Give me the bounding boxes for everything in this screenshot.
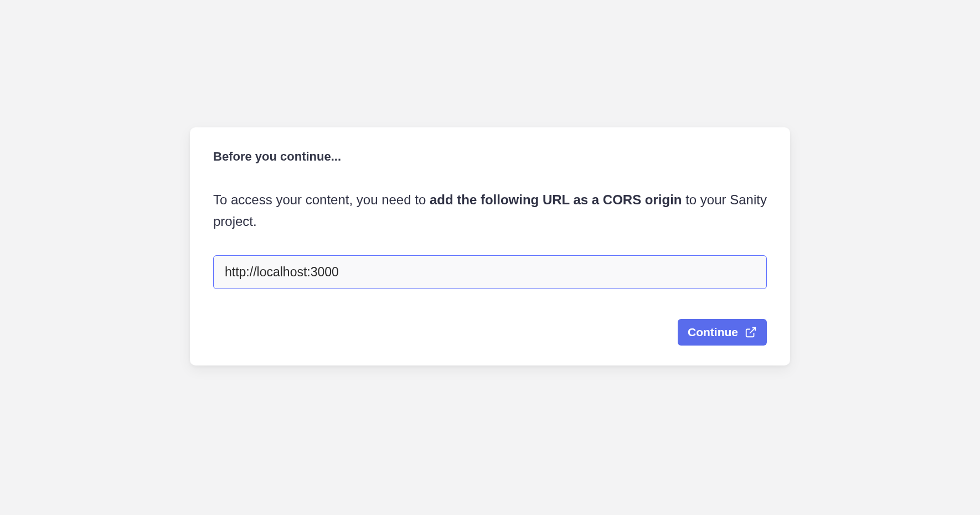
continue-button-label: Continue (688, 326, 738, 339)
svg-line-0 (750, 328, 755, 333)
cors-dialog: Before you continue... To access your co… (190, 127, 790, 365)
cors-url-input[interactable] (213, 255, 767, 289)
description-prefix: To access your content, you need to (213, 192, 430, 207)
dialog-description: To access your content, you need to add … (213, 189, 767, 232)
external-link-icon (745, 326, 757, 338)
continue-button[interactable]: Continue (678, 319, 767, 346)
description-bold: add the following URL as a CORS origin (430, 192, 682, 207)
dialog-title: Before you continue... (213, 150, 767, 164)
dialog-footer: Continue (213, 319, 767, 346)
